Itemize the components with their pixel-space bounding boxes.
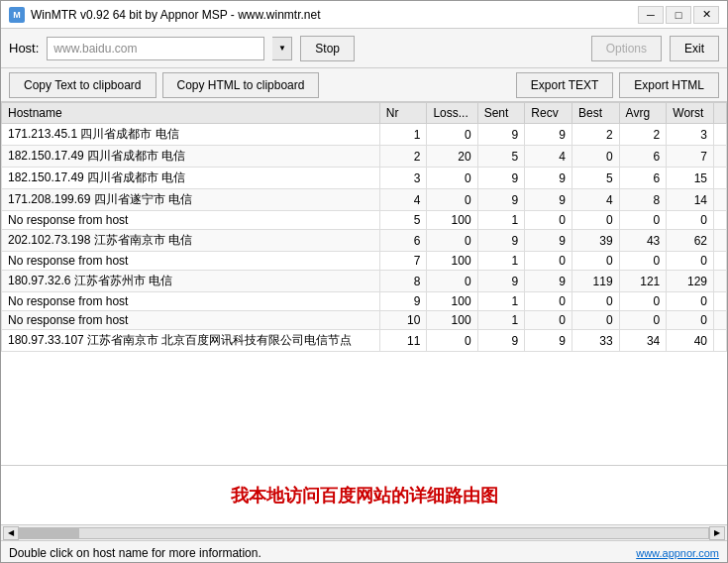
copy-html-button[interactable]: Copy HTML to clipboard [162,72,320,98]
close-button[interactable]: ✕ [693,6,719,24]
table-cell: 1 [477,211,525,230]
table-cell: 34 [619,330,667,352]
title-bar: M WinMTR v0.92 64 bit by Appnor MSP - ww… [1,1,727,29]
website-link[interactable]: www.appnor.com [636,547,719,559]
table-cell: 1 [477,311,525,330]
table-cell: 0 [572,146,619,168]
table-cell: 6 [619,146,667,168]
table-header-cell: Nr [379,103,427,124]
table-cell: 100 [427,252,477,271]
table-row[interactable]: 202.102.73.198 江苏省南京市 电信6099394362 [2,230,727,252]
table-header-cell: Worst [667,103,714,124]
toolbar: Host: ▼ Stop Options Exit [1,29,727,68]
table-cell-extra [714,124,727,146]
table-header-cell: Loss... [427,103,477,124]
horizontal-scrollbar[interactable]: ◀ ▶ [1,524,727,540]
export-text-button[interactable]: Export TEXT [516,72,613,98]
table-cell: 9 [477,168,525,189]
table-row[interactable]: No response from host1010010000 [2,311,727,330]
table-cell: 129 [667,271,714,292]
table-cell: 9 [525,330,572,352]
table-cell: 9 [525,124,572,146]
table-cell: 3 [379,168,427,189]
table-row[interactable]: No response from host710010000 [2,252,727,271]
table-cell: 33 [572,330,619,352]
scrollbar-thumb[interactable] [20,528,79,538]
table-cell: 15 [667,168,714,189]
scrollbar-track[interactable] [19,527,709,539]
table-cell: 9 [525,189,572,211]
table-row[interactable]: 180.97.33.107 江苏省南京市 北京百度网讯科技有限公司电信节点110… [2,330,727,352]
table-header-cell: Best [572,103,619,124]
stop-button[interactable]: Stop [300,36,355,61]
table-cell: 0 [525,211,572,230]
table-cell: 7 [379,252,427,271]
table-cell-extra [714,211,727,230]
annotation-area: 我本地访问百度网站的详细路由图 [1,465,727,524]
table-cell: No response from host [2,292,380,311]
host-label: Host: [9,41,39,56]
table-cell: 1 [477,292,525,311]
table-cell: 5 [477,146,525,168]
table-cell: No response from host [2,311,380,330]
table-row[interactable]: 171.213.45.1 四川省成都市 电信1099223 [2,124,727,146]
table-cell: 4 [572,189,619,211]
table-cell: 0 [525,292,572,311]
exit-button[interactable]: Exit [670,36,719,61]
table-cell: 0 [525,252,572,271]
table-cell: No response from host [2,252,380,271]
table-cell: 6 [619,168,667,189]
table-cell: 14 [667,189,714,211]
minimize-button[interactable]: ─ [638,6,664,24]
table-cell: 8 [619,189,667,211]
scroll-left-button[interactable]: ◀ [3,526,19,540]
table-cell: 9 [379,292,427,311]
table-cell: 0 [667,292,714,311]
export-html-button[interactable]: Export HTML [619,72,719,98]
table-cell: 0 [427,168,477,189]
options-button[interactable]: Options [591,36,662,61]
table-header-extra [714,103,727,124]
table-cell: 9 [525,230,572,252]
table-cell: 2 [379,146,427,168]
table-cell: 0 [619,211,667,230]
table-row[interactable]: 182.150.17.49 四川省成都市 电信30995615 [2,168,727,189]
table-cell: 171.208.199.69 四川省遂宁市 电信 [2,189,380,211]
table-header-cell: Avrg [619,103,667,124]
table-row[interactable]: 171.208.199.69 四川省遂宁市 电信40994814 [2,189,727,211]
table-cell: 10 [379,311,427,330]
table-cell: 0 [525,311,572,330]
table-cell: 39 [572,230,619,252]
table-header-cell: Hostname [2,103,380,124]
table-cell: 100 [427,211,477,230]
maximize-button[interactable]: □ [666,6,691,24]
table-row[interactable]: No response from host910010000 [2,292,727,311]
table-header-cell: Recv [525,103,572,124]
table-row[interactable]: 182.150.17.49 四川省成都市 电信22054067 [2,146,727,168]
table-cell: 121 [619,271,667,292]
table-cell: 0 [572,311,619,330]
table-cell: 2 [572,124,619,146]
table-row[interactable]: No response from host510010000 [2,211,727,230]
scroll-right-button[interactable]: ▶ [709,526,725,540]
table-cell: 0 [619,311,667,330]
table-cell-extra [714,189,727,211]
table-cell-extra [714,146,727,168]
table-cell: 182.150.17.49 四川省成都市 电信 [2,168,380,189]
window-controls[interactable]: ─ □ ✕ [638,6,719,24]
table-cell: 0 [667,252,714,271]
table-cell: 202.102.73.198 江苏省南京市 电信 [2,230,380,252]
table-row[interactable]: 180.97.32.6 江苏省苏州市 电信8099119121129 [2,271,727,292]
table-cell: 9 [477,189,525,211]
table-cell: 100 [427,292,477,311]
host-input[interactable] [47,37,264,60]
table-cell-extra [714,292,727,311]
table-cell: 40 [667,330,714,352]
table-header-cell: Sent [477,103,525,124]
copy-text-button[interactable]: Copy Text to clipboard [9,72,156,98]
table-cell-extra [714,311,727,330]
table-cell: 0 [427,271,477,292]
table-cell: 5 [572,168,619,189]
table-container[interactable]: HostnameNrLoss...SentRecvBestAvrgWorst 1… [1,102,727,465]
host-dropdown-arrow[interactable]: ▼ [272,37,292,60]
